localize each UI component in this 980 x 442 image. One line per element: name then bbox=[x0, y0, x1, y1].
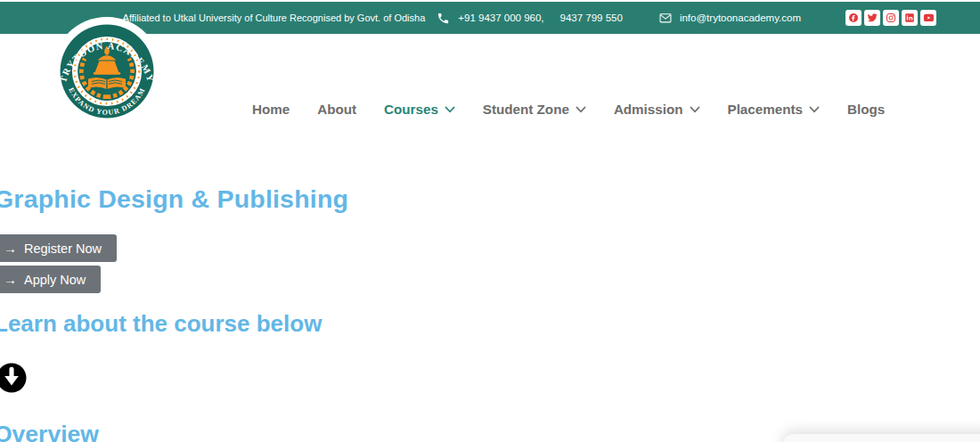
youtube-icon[interactable] bbox=[920, 10, 936, 26]
scroll-down-arrow-icon[interactable] bbox=[0, 362, 28, 394]
nav-courses-label: Courses bbox=[384, 102, 438, 117]
page: Affiliated to Utkal University of Cultur… bbox=[0, 0, 980, 442]
apply-now-button[interactable]: → Apply Now bbox=[0, 266, 101, 293]
phone-number-1[interactable]: +91 9437 000 960, bbox=[458, 12, 543, 23]
nav-admission-label: Admission bbox=[614, 102, 683, 117]
nav-student-zone-label: Student Zone bbox=[483, 102, 569, 117]
corner-widget[interactable] bbox=[782, 434, 980, 442]
nav-home-label: Home bbox=[252, 102, 290, 117]
phone-number-2[interactable]: 9437 799 550 bbox=[560, 12, 623, 23]
linkedin-icon[interactable] bbox=[902, 10, 918, 26]
nav-blogs-label: Blogs bbox=[847, 102, 885, 117]
overview-heading: Overview bbox=[0, 421, 99, 442]
right-arrow-icon: → bbox=[4, 241, 17, 255]
phone-icon bbox=[437, 12, 450, 25]
chevron-down-icon bbox=[576, 106, 586, 114]
chevron-down-icon bbox=[809, 106, 820, 114]
right-arrow-icon: → bbox=[4, 273, 17, 286]
nav-admission[interactable]: Admission bbox=[614, 102, 700, 117]
main-menu: Home About Courses Student Zone Admissio… bbox=[252, 68, 885, 150]
nav-about-label: About bbox=[317, 102, 356, 117]
instagram-icon[interactable] bbox=[883, 10, 899, 26]
register-now-button[interactable]: → Register Now bbox=[0, 234, 117, 262]
chevron-down-icon bbox=[690, 106, 700, 114]
mail-icon bbox=[658, 12, 673, 25]
social-links bbox=[845, 10, 936, 26]
nav-blogs[interactable]: Blogs bbox=[847, 102, 885, 117]
chevron-down-icon bbox=[445, 106, 455, 114]
apply-now-label: Apply Now bbox=[24, 273, 86, 287]
affiliation-text: Affiliated to Utkal University of Cultur… bbox=[123, 12, 426, 23]
email-link[interactable]: info@trytoonacademy.com bbox=[658, 12, 801, 25]
register-now-label: Register Now bbox=[24, 241, 102, 256]
phone-link[interactable]: +91 9437 000 960, 9437 799 550 bbox=[437, 12, 623, 25]
nav-about[interactable]: About bbox=[317, 102, 356, 117]
facebook-icon[interactable] bbox=[845, 10, 862, 26]
email-address[interactable]: info@trytoonacademy.com bbox=[680, 12, 801, 23]
nav-home[interactable]: Home bbox=[252, 102, 290, 117]
academy-logo[interactable]: TRYTOON ACADEMY EXPAND YOUR DREAM bbox=[52, 16, 162, 127]
nav-placements-label: Placements bbox=[728, 102, 803, 117]
page-title: Graphic Design & Publishing bbox=[0, 184, 348, 214]
nav-student-zone[interactable]: Student Zone bbox=[483, 102, 586, 117]
nav-placements[interactable]: Placements bbox=[728, 102, 820, 117]
twitter-icon[interactable] bbox=[864, 10, 880, 26]
course-subtitle: Learn about the course below bbox=[0, 310, 322, 338]
nav-courses[interactable]: Courses bbox=[384, 102, 455, 117]
